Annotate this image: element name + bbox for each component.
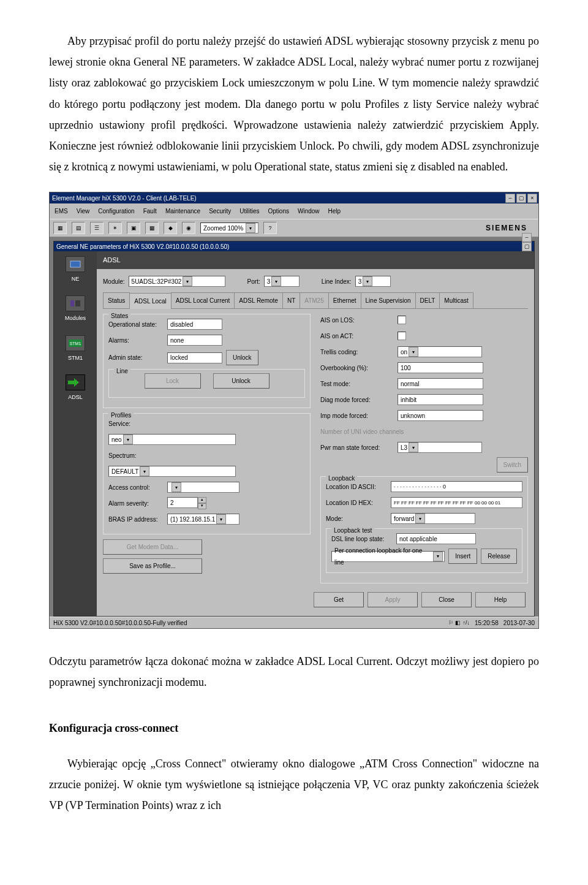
- unlock-button[interactable]: Unlock: [226, 350, 258, 365]
- toolbar-icon-1[interactable]: ▦: [53, 222, 67, 234]
- line-index-combo[interactable]: 3▾: [355, 276, 391, 287]
- location-ascii-value[interactable]: · · · · · · · · · · · · · · · · 0: [391, 481, 522, 492]
- toolbar-icon-2[interactable]: ▤: [72, 222, 85, 234]
- status-date: 2013-07-30: [503, 617, 535, 629]
- adsl-icon: [66, 374, 85, 390]
- child-minimize-icon[interactable]: –: [522, 233, 532, 242]
- loopback-mode-combo[interactable]: forward▾: [391, 513, 475, 524]
- close-icon[interactable]: ×: [527, 194, 537, 203]
- imp-mode-value: unknown: [398, 410, 483, 421]
- chevron-down-icon[interactable]: ▾: [415, 514, 425, 523]
- ais-act-checkbox[interactable]: [398, 332, 406, 340]
- insert-button[interactable]: Insert: [448, 549, 477, 564]
- chevron-down-icon[interactable]: ▾: [216, 514, 226, 524]
- bras-ip-combo[interactable]: (1) 192.168.15.1▾: [167, 514, 239, 525]
- trellis-combo[interactable]: on▾: [398, 346, 482, 357]
- close-button[interactable]: Close: [421, 592, 472, 607]
- menu-options[interactable]: Options: [268, 205, 289, 217]
- tab-adsl-remote[interactable]: ADSL Remote: [234, 292, 283, 308]
- save-as-profile-button[interactable]: Save as Profile...: [103, 558, 202, 574]
- overbooking-value[interactable]: 100: [398, 362, 483, 373]
- chevron-down-icon[interactable]: ▾: [198, 503, 206, 509]
- tab-adsl-local-current[interactable]: ADSL Local Current: [171, 292, 235, 308]
- tab-adsl-local[interactable]: ADSL Local: [129, 293, 171, 309]
- tab-line-supervision[interactable]: Line Supervision: [361, 292, 416, 308]
- service-value: neo: [111, 434, 122, 446]
- minimize-icon[interactable]: –: [505, 194, 515, 203]
- tab-nt[interactable]: NT: [282, 292, 300, 308]
- tab-delt[interactable]: DELT: [415, 292, 440, 308]
- menu-configuration[interactable]: Configuration: [98, 205, 134, 217]
- help-button[interactable]: Help: [475, 592, 526, 607]
- unlock-line-button[interactable]: Unlock: [213, 373, 270, 389]
- svg-rect-2: [75, 300, 80, 306]
- toolbar-icon-8[interactable]: ◉: [182, 222, 195, 234]
- get-modem-data-button[interactable]: Get Modem Data...: [103, 539, 202, 555]
- trellis-value: on: [401, 346, 407, 358]
- app-title: Element Manager hiX 5300 V2.0 - Client (…: [52, 192, 505, 204]
- port-combo[interactable]: 3▾: [264, 276, 300, 287]
- sidebar-item-adsl[interactable]: ADSL: [66, 374, 85, 403]
- pwr-state-combo[interactable]: L3▾: [398, 442, 482, 453]
- tab-status[interactable]: Status: [103, 292, 130, 308]
- alarm-severity-spinner[interactable]: 2▴▾: [167, 497, 206, 509]
- chevron-up-icon[interactable]: ▴: [198, 497, 206, 503]
- apply-button[interactable]: Apply: [368, 592, 418, 607]
- menu-utilities[interactable]: Utilities: [239, 205, 259, 217]
- lock-button[interactable]: Lock: [145, 373, 201, 389]
- chevron-down-icon[interactable]: ▾: [123, 435, 133, 444]
- per-connection-combo[interactable]: Per connection loopback for one line▾: [331, 551, 445, 562]
- switch-button[interactable]: Switch: [497, 457, 528, 473]
- child-window: General NE parameters of HiX 5300 V2.0#1…: [53, 241, 535, 617]
- line-fieldset: Line Lock Unlock: [108, 369, 305, 398]
- menu-security[interactable]: Security: [209, 205, 231, 217]
- status-time: 15:20:58: [475, 617, 499, 629]
- zoom-value: Zoomed 100%: [203, 222, 243, 234]
- access-control-label: Access control:: [108, 482, 164, 493]
- spectrum-combo[interactable]: DEFAULT▾: [108, 466, 236, 477]
- menu-help[interactable]: Help: [328, 205, 341, 217]
- zoom-combo[interactable]: Zoomed 100%▾: [200, 222, 258, 234]
- get-button[interactable]: Get: [314, 592, 364, 607]
- access-control-combo[interactable]: ▾: [167, 482, 239, 493]
- test-mode-value: normal: [398, 378, 483, 389]
- alarm-severity-value: 2: [167, 497, 198, 508]
- chevron-down-icon[interactable]: ▾: [433, 552, 443, 561]
- menu-view[interactable]: View: [77, 205, 90, 217]
- menu-maintenance[interactable]: Maintenance: [165, 205, 200, 217]
- sidebar-item-stm1[interactable]: STM1 STM1: [66, 335, 85, 363]
- chevron-down-icon[interactable]: ▾: [246, 223, 255, 233]
- ais-los-checkbox[interactable]: [398, 316, 406, 324]
- chevron-down-icon[interactable]: ▾: [271, 276, 281, 286]
- menu-window[interactable]: Window: [298, 205, 320, 217]
- menu-fault[interactable]: Fault: [143, 205, 157, 217]
- toolbar-icon-5[interactable]: ▣: [127, 222, 140, 234]
- location-hex-value[interactable]: FF FF FF FF FF FF FF FF FF FF FF 00 00 0…: [391, 497, 522, 508]
- toolbar-icon-3[interactable]: ☰: [90, 222, 104, 234]
- maximize-icon[interactable]: ▢: [516, 194, 526, 203]
- toolbar-icon-7[interactable]: ◆: [164, 222, 177, 234]
- chevron-down-icon[interactable]: ▾: [172, 482, 181, 492]
- sidebar-item-modules[interactable]: Modules: [65, 295, 86, 324]
- menu-ems[interactable]: EMS: [55, 205, 68, 217]
- chevron-down-icon[interactable]: ▾: [140, 466, 149, 476]
- sidebar-item-ne[interactable]: NE: [66, 256, 85, 284]
- chevron-down-icon[interactable]: ▾: [409, 347, 418, 357]
- bras-ip-label: BRAS IP address:: [108, 514, 164, 525]
- tab-multicast[interactable]: Multicast: [439, 292, 473, 308]
- chevron-down-icon[interactable]: ▾: [183, 276, 192, 286]
- status-icon: ↑/↓: [462, 618, 470, 628]
- chevron-down-icon[interactable]: ▾: [363, 276, 372, 286]
- toolbar-icon-4[interactable]: ✶: [108, 222, 122, 234]
- tab-ethernet[interactable]: Ethernet: [328, 292, 361, 308]
- release-button[interactable]: Release: [481, 549, 517, 564]
- toolbar-icon-6[interactable]: ▩: [145, 222, 159, 234]
- child-maximize-icon[interactable]: ▢: [522, 242, 532, 251]
- ne-icon: [66, 256, 85, 272]
- diag-mode-label: Diag mode forced:: [320, 394, 394, 406]
- chevron-down-icon[interactable]: ▾: [409, 442, 418, 452]
- service-combo[interactable]: neo▾: [108, 434, 236, 445]
- loopback-fieldset: Loopback Location ID ASCII:· · · · · · ·…: [320, 476, 528, 583]
- toolbar-help-icon[interactable]: ?: [263, 222, 277, 234]
- module-combo[interactable]: 5UADSL:32P#302▾: [129, 276, 225, 287]
